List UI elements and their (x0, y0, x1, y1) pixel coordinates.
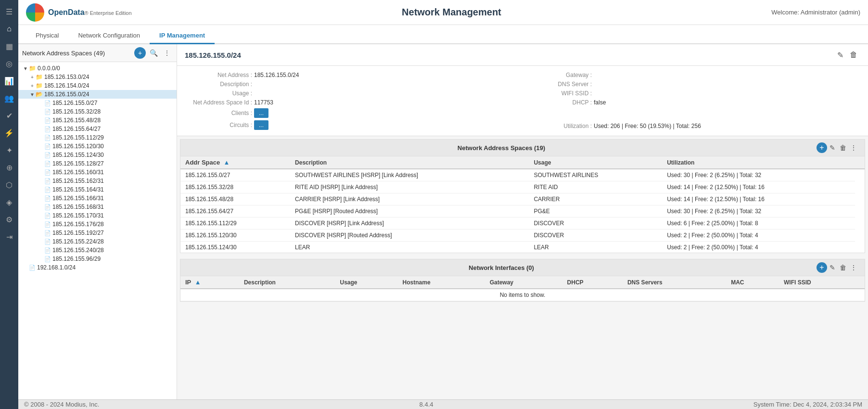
tree-item-155-48[interactable]: 📄 185.126.155.48/28 (18, 116, 177, 125)
nas-cell-addr: 185.126.155.124/30 (180, 242, 290, 253)
hamburger-icon[interactable]: ☰ (1, 4, 17, 19)
nas-cell-utilization: Used: 2 | Free: 2 (50.00%) | Total: 4 (662, 242, 855, 253)
tree-item-155-176[interactable]: 📄 185.126.155.176/28 (18, 220, 177, 229)
nas-edit-button[interactable]: ✎ (827, 142, 838, 153)
nas-cell-description: LEAR (290, 242, 529, 253)
tree-item-155-32[interactable]: 📄 185.126.155.32/28 (18, 107, 177, 116)
network-icon[interactable]: ⬡ (1, 177, 17, 192)
ni-col-hostname: Hostname (398, 276, 485, 289)
ni-more-button[interactable]: ⋮ (848, 262, 859, 273)
nas-scroll-spacer (855, 156, 865, 169)
tree-item-root[interactable]: ▼ 📁 0.0.0.0/0 (18, 64, 177, 73)
tree-item-155-27[interactable]: 📄 185.126.155.0/27 (18, 99, 177, 107)
footer-copyright: © 2008 - 2024 Modius, Inc. (24, 401, 99, 408)
ni-col-ip[interactable]: IP ▲ (180, 276, 239, 289)
tree-add-button[interactable]: + (134, 47, 146, 59)
tree-item-155-162[interactable]: 📄 185.126.155.162/31 (18, 177, 177, 185)
table-row[interactable]: 185.126.155.64/27 PG&E [HSRP] [Routed Ad… (180, 205, 865, 217)
table-row[interactable]: 185.126.155.120/30 DISCOVER [HSRP] [Rout… (180, 230, 865, 242)
tree-label-155-128: 185.126.155.128/27 (52, 160, 104, 167)
tree-item-155-64[interactable]: 📄 185.126.155.64/27 (18, 125, 177, 133)
nas-delete-button[interactable]: 🗑 (838, 142, 848, 153)
nas-col-addr[interactable]: Addr Space ▲ (180, 156, 290, 169)
bolt-icon[interactable]: ⚡ (1, 125, 17, 141)
page-title: Network Management (132, 7, 772, 18)
tree-label-155-166: 185.126.155.166/31 (52, 195, 104, 202)
nas-cell-utilization: Used: 6 | Free: 2 (25.00%) | Total: 8 (662, 217, 855, 230)
tree-item-192[interactable]: 📄 192.168.1.0/24 (18, 263, 177, 272)
tree-item-155-160[interactable]: 📄 185.126.155.160/31 (18, 168, 177, 177)
tree-toggle-155[interactable]: ▼ (29, 92, 36, 97)
checkmark-icon[interactable]: ✔ (1, 108, 17, 123)
ni-col-dhcp: DHCP (562, 276, 623, 289)
ni-delete-button[interactable]: 🗑 (838, 262, 848, 273)
tree-item-155[interactable]: ▼ 📂 185.126.155.0/24 (18, 90, 177, 99)
tree-item-153[interactable]: + 📁 185.126.153.0/24 (18, 73, 177, 81)
table-row[interactable]: 185.126.155.124/30 LEAR LEAR Used: 2 | F… (180, 242, 865, 253)
tree-item-155-164[interactable]: 📄 185.126.155.164/31 (18, 185, 177, 194)
settings-icon[interactable]: ⚙ (1, 212, 17, 227)
nas-cell-description: PG&E [HSRP] [Routed Address] (290, 205, 529, 217)
globe-icon[interactable]: ◎ (1, 56, 17, 71)
dns-server-row: DNS Server : (524, 81, 860, 88)
tree-toggle-root[interactable]: ▼ (22, 66, 29, 71)
logout-icon[interactable]: ⇥ (1, 229, 17, 244)
nas-add-button[interactable]: + (817, 142, 827, 153)
footer-system-time: System Time: Dec 4, 2024, 2:03:34 PM (753, 401, 862, 408)
top-header: OpenData® Enterprise Edition Network Man… (18, 0, 868, 25)
file-icon: 📄 (44, 109, 51, 115)
nas-cell-description: SOUTHWEST AIRLINES [HSRP] [Link Address] (290, 169, 529, 181)
ni-col-gateway: Gateway (485, 276, 562, 289)
tree-item-155-240[interactable]: 📄 185.126.155.240/28 (18, 246, 177, 255)
tree-item-155-120[interactable]: 📄 185.126.155.120/30 (18, 142, 177, 151)
ni-add-button[interactable]: + (817, 262, 827, 273)
table-row[interactable]: 185.126.155.0/27 SOUTHWEST AIRLINES [HSR… (180, 169, 865, 181)
detail-delete-button[interactable]: 🗑 (847, 48, 860, 62)
tree-label-155-176: 185.126.155.176/28 (52, 221, 104, 228)
star-icon[interactable]: ✦ (1, 142, 17, 158)
tab-ip-management[interactable]: IP Management (150, 28, 215, 44)
tree-toggle-154[interactable]: + (29, 83, 36, 89)
chart-icon[interactable]: 📊 (1, 73, 17, 89)
nas-more-button[interactable]: ⋮ (848, 142, 859, 153)
people-icon[interactable]: 👥 (1, 90, 17, 106)
tree-label-155: 185.126.155.0/24 (44, 91, 89, 98)
usage-row: Usage : (185, 90, 521, 97)
circuits-button[interactable]: ... (254, 120, 268, 130)
drop-icon[interactable]: ◈ (1, 194, 17, 210)
map-pin-icon[interactable]: ⊕ (1, 160, 17, 175)
detail-edit-button[interactable]: ✎ (833, 48, 847, 62)
tree-item-154[interactable]: + 📁 185.126.154.0/24 (18, 81, 177, 90)
tree-item-155-124[interactable]: 📄 185.126.155.124/30 (18, 151, 177, 159)
tree-label-root: 0.0.0.0/0 (38, 65, 60, 72)
tab-network-configuration[interactable]: Network Configuration (68, 28, 150, 44)
ni-no-items: No items to show. (180, 289, 865, 301)
table-row[interactable]: 185.126.155.32/28 RITE AID [HSRP] [Link … (180, 181, 865, 193)
tree-toggle-153[interactable]: + (29, 75, 36, 80)
tree-item-155-96[interactable]: 📄 185.126.155.96/29 (18, 255, 177, 263)
ni-table: IP ▲ Description Usage Hostname Gateway … (180, 276, 865, 301)
table-row[interactable]: 185.126.155.112/29 DISCOVER [HSRP] [Link… (180, 217, 865, 230)
tree-item-155-128[interactable]: 📄 185.126.155.128/27 (18, 159, 177, 168)
file-icon: 📄 (44, 100, 51, 106)
clients-button[interactable]: ... (254, 108, 268, 118)
tree-item-155-170[interactable]: 📄 185.126.155.170/31 (18, 211, 177, 220)
dns-server-label: DNS Server : (524, 81, 592, 88)
folder-icon-153: 📁 (36, 74, 43, 80)
home-icon[interactable]: ⌂ (1, 21, 17, 37)
tree-item-155-192[interactable]: 📄 185.126.155.192/27 (18, 229, 177, 237)
tree-more-button[interactable]: ⋮ (161, 47, 173, 59)
table-row[interactable]: 185.126.155.48/28 CARRIER [HSRP] [Link A… (180, 193, 865, 205)
tree-item-155-166[interactable]: 📄 185.126.155.166/31 (18, 194, 177, 203)
tree-item-155-168[interactable]: 📄 185.126.155.168/31 (18, 203, 177, 211)
tab-physical[interactable]: Physical (26, 28, 68, 44)
file-icon: 📄 (44, 143, 51, 150)
nas-cell-addr: 185.126.155.0/27 (180, 169, 290, 181)
content-area: Network Address Spaces (49) + 🔍 ⋮ ▼ 📁 0.… (18, 44, 868, 399)
ni-edit-button[interactable]: ✎ (827, 262, 838, 273)
grid-icon[interactable]: ▦ (1, 38, 17, 54)
tree-item-155-112[interactable]: 📄 185.126.155.112/29 (18, 133, 177, 142)
tree-search-button[interactable]: 🔍 (148, 47, 159, 59)
nas-cell-addr: 185.126.155.32/28 (180, 181, 290, 193)
tree-item-155-224[interactable]: 📄 185.126.155.224/28 (18, 237, 177, 246)
